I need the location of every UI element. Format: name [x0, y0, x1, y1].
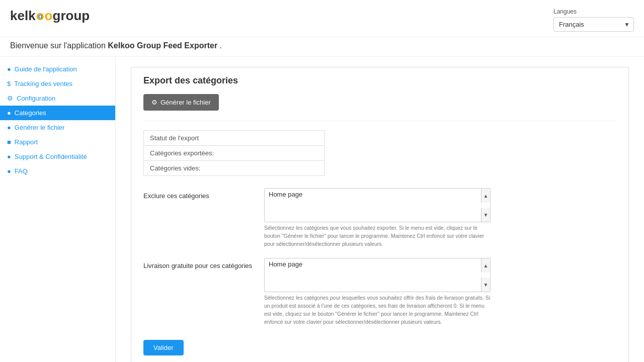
- status-table: Statut de l'export Catégories exportées:…: [143, 130, 325, 176]
- section-divider: [143, 121, 616, 121]
- circle-icon-2: ●: [7, 124, 11, 131]
- sidebar-item-rapport[interactable]: ■ Rapport: [0, 135, 115, 149]
- guide-icon: ●: [7, 65, 11, 73]
- sidebar-item-label: Guide de l'application: [15, 65, 77, 73]
- generate-button-label: Générer le fichier: [160, 99, 211, 106]
- welcome-banner: Bienvenue sur l'application Kelkoo Group…: [0, 37, 644, 57]
- language-section: Langues Français English Deutsch Español…: [553, 8, 634, 32]
- free-shipping-hint: Sélectionnez les catégories pour lesquel…: [264, 294, 491, 326]
- sidebar-item-label: Categories: [15, 109, 46, 117]
- page-title: Export des catégories: [143, 75, 616, 86]
- scroll-down-icon[interactable]: ▼: [481, 208, 490, 222]
- welcome-bold: Kelkoo Group Feed Exporter: [108, 41, 217, 50]
- status-value: [299, 131, 325, 146]
- exclude-select-box[interactable]: Home page ▲ ▼: [264, 188, 491, 222]
- exclude-field: Home page ▲ ▼ Sélectionnez les catégorie…: [264, 188, 491, 248]
- table-row: Catégories vides:: [144, 161, 325, 176]
- free-shipping-option-homepage[interactable]: Home page: [265, 258, 490, 270]
- logo: kelkooogroup: [10, 8, 90, 24]
- gear-icon: ⚙: [7, 95, 13, 102]
- scroll-down-icon-2[interactable]: ▼: [481, 278, 490, 292]
- free-shipping-row: Livraison gratuite pour ces catégories H…: [143, 258, 616, 326]
- sidebar-item-categories[interactable]: ● Categories: [0, 106, 115, 120]
- sidebar-item-label: Configuration: [17, 95, 55, 102]
- export-box: Export des catégories ⚙ Générer le fichi…: [131, 67, 629, 362]
- generate-button[interactable]: ⚙ Générer le fichier: [143, 94, 219, 111]
- scroll-up-icon-2[interactable]: ▲: [481, 258, 490, 273]
- categories-exported-label: Catégories exportées:: [144, 146, 299, 161]
- categories-exported-value: [299, 146, 325, 161]
- sidebar-item-label: FAQ: [15, 167, 28, 175]
- sidebar-item-tracking[interactable]: $ Tracking des ventes: [0, 76, 115, 91]
- exclude-hint: Sélectionnez les catégories que vous sou…: [264, 224, 491, 248]
- free-shipping-select-wrapper: Home page ▲ ▼: [264, 258, 491, 292]
- welcome-dot: .: [217, 41, 222, 50]
- table-row: Catégories exportées:: [144, 146, 325, 161]
- status-label: Statut de l'export: [144, 131, 299, 146]
- exclude-label: Exclure ces catégories: [143, 188, 254, 200]
- free-shipping-select-box[interactable]: Home page ▲ ▼: [264, 258, 491, 292]
- table-row: Statut de l'export: [144, 131, 325, 146]
- main-content: Export des catégories ⚙ Générer le fichi…: [116, 57, 644, 362]
- categories-empty-label: Catégories vides:: [144, 161, 299, 176]
- free-shipping-label: Livraison gratuite pour ces catégories: [143, 258, 254, 269]
- dollar-icon: $: [7, 80, 11, 87]
- circle-icon-4: ●: [7, 167, 11, 175]
- sidebar-item-faq[interactable]: ● FAQ: [0, 164, 115, 178]
- free-shipping-field: Home page ▲ ▼ Sélectionnez les catégorie…: [264, 258, 491, 326]
- circle-icon-3: ●: [7, 153, 11, 160]
- sidebar-item-support[interactable]: ● Support & Confidentialité: [0, 149, 115, 164]
- sidebar-item-label: Rapport: [15, 138, 38, 146]
- sidebar-item-label: Générer le fichier: [15, 124, 65, 131]
- categories-empty-value: [299, 161, 325, 176]
- square-icon: ■: [7, 138, 11, 146]
- exclude-select-wrapper: Home page ▲ ▼: [264, 188, 491, 222]
- circle-icon: ●: [7, 109, 11, 117]
- sidebar-item-guide[interactable]: ● Guide de l'application: [0, 62, 115, 76]
- language-select[interactable]: Français English Deutsch Español: [553, 17, 634, 32]
- validate-button[interactable]: Valider: [143, 340, 184, 355]
- sidebar-item-label: Support & Confidentialité: [15, 153, 87, 160]
- sidebar: ● Guide de l'application $ Tracking des …: [0, 57, 116, 362]
- exclude-option-homepage[interactable]: Home page: [265, 189, 490, 200]
- welcome-text: Bienvenue sur l'application: [10, 41, 108, 50]
- exclude-categories-row: Exclure ces catégories Home page ▲ ▼ Sél…: [143, 188, 616, 248]
- sidebar-item-label: Tracking des ventes: [14, 80, 72, 87]
- gear-icon-btn: ⚙: [151, 99, 157, 106]
- scroll-up-icon[interactable]: ▲: [481, 189, 490, 203]
- sidebar-item-generate[interactable]: ● Générer le fichier: [0, 120, 115, 135]
- language-label: Langues: [553, 8, 577, 15]
- language-select-wrapper[interactable]: Français English Deutsch Español ▼: [553, 17, 634, 32]
- sidebar-item-configuration[interactable]: ⚙ Configuration: [0, 91, 115, 106]
